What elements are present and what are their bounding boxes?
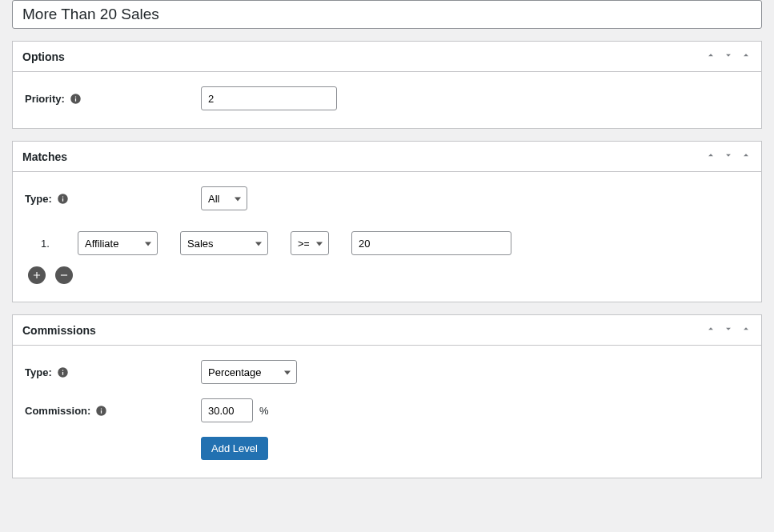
- matches-panel-controls: [705, 150, 752, 163]
- options-panel: Options Priority:: [12, 41, 762, 129]
- rule-operator-select[interactable]: >=: [291, 231, 329, 255]
- info-icon[interactable]: [57, 366, 69, 378]
- collapse-icon[interactable]: [740, 50, 752, 63]
- chevron-up-icon[interactable]: [705, 323, 716, 337]
- info-icon[interactable]: [70, 93, 82, 105]
- commissions-panel-body: Type: Percentage Commission: % Add Level: [13, 346, 761, 478]
- info-icon[interactable]: [95, 405, 107, 417]
- commissions-panel-title: Commissions: [22, 324, 96, 337]
- commission-input[interactable]: [201, 398, 253, 422]
- options-panel-body: Priority:: [13, 72, 761, 128]
- title-input[interactable]: [12, 0, 762, 29]
- rule-value-input[interactable]: [351, 231, 511, 255]
- priority-label: Priority:: [25, 93, 201, 105]
- rule-controls: [25, 266, 749, 284]
- chevron-down-icon[interactable]: [723, 50, 734, 63]
- commission-suffix: %: [259, 405, 269, 417]
- commissions-panel-controls: [705, 323, 752, 337]
- options-panel-title: Options: [22, 50, 65, 63]
- priority-input[interactable]: [201, 86, 337, 110]
- matches-panel-body: Type: All 1. Affiliate Sales >=: [13, 172, 761, 302]
- options-panel-controls: [705, 50, 752, 63]
- options-panel-header: Options: [13, 42, 761, 72]
- commissions-type-label: Type:: [25, 366, 201, 378]
- info-icon[interactable]: [57, 193, 69, 205]
- add-level-button[interactable]: Add Level: [201, 437, 268, 460]
- chevron-up-icon[interactable]: [705, 150, 716, 163]
- add-rule-button[interactable]: [28, 266, 46, 284]
- matches-panel: Matches Type: All 1. Affiliate Sales >=: [12, 141, 762, 302]
- matches-type-select[interactable]: All: [201, 186, 247, 210]
- remove-rule-button[interactable]: [55, 266, 73, 284]
- chevron-down-icon[interactable]: [723, 323, 734, 337]
- matches-type-label: Type:: [25, 193, 201, 205]
- matches-panel-header: Matches: [13, 142, 761, 172]
- collapse-icon[interactable]: [740, 323, 752, 337]
- rule-row: 1. Affiliate Sales >=: [25, 231, 749, 255]
- commission-label: Commission:: [25, 405, 201, 417]
- commissions-type-select[interactable]: Percentage: [201, 360, 297, 384]
- rule-metric-select[interactable]: Sales: [180, 231, 268, 255]
- rule-index: 1.: [41, 238, 55, 250]
- chevron-down-icon[interactable]: [723, 150, 734, 163]
- commissions-panel-header: Commissions: [13, 315, 761, 346]
- rule-subject-select[interactable]: Affiliate: [78, 231, 158, 255]
- matches-panel-title: Matches: [22, 150, 67, 163]
- commissions-panel: Commissions Type: Percentage Commission:: [12, 314, 762, 478]
- chevron-up-icon[interactable]: [705, 50, 716, 63]
- collapse-icon[interactable]: [740, 150, 752, 163]
